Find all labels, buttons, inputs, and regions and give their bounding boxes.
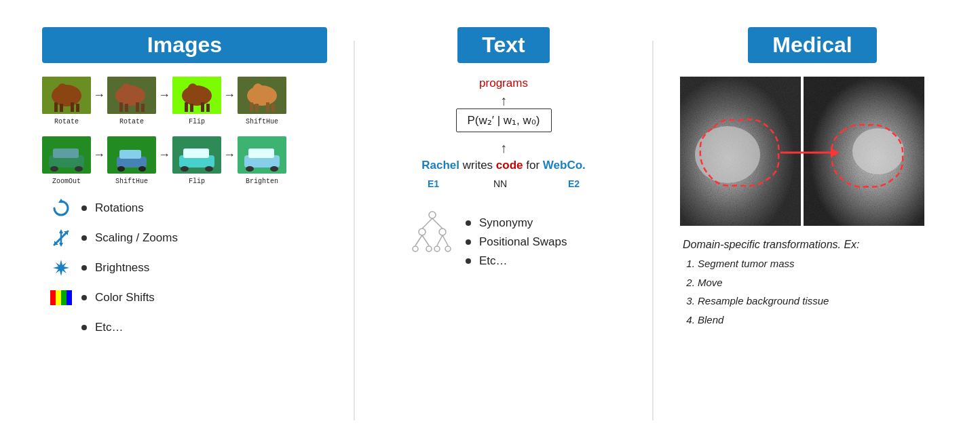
svg-rect-24	[250, 102, 253, 112]
nlp-entity-labels: E1 NN E2	[395, 178, 612, 189]
bullet-brightness: Brightness	[49, 256, 327, 280]
svg-rect-45	[248, 149, 274, 158]
car-img-1	[42, 136, 91, 174]
medical-description: Domain-specific transformations. Ex:	[683, 235, 945, 254]
divider-2	[652, 41, 654, 420]
svg-rect-19	[201, 102, 204, 112]
svg-rect-41	[181, 166, 189, 172]
svg-rect-46	[246, 166, 254, 172]
arrow-2: →	[158, 88, 170, 102]
car-img-2	[107, 136, 156, 174]
svg-rect-40	[183, 149, 209, 158]
horse-label-2: Rotate	[107, 118, 156, 125]
svg-point-70	[426, 246, 432, 252]
svg-rect-32	[75, 166, 83, 172]
car-sequence: → → →	[42, 136, 327, 174]
nlp-nn: NN	[470, 178, 531, 189]
bullet-etc-text: Etc…	[466, 254, 567, 268]
bullet-color: Color Shifts	[49, 285, 327, 310]
horse-label-3: Flip	[172, 118, 221, 125]
bullet-etc-images-text: Etc…	[95, 321, 124, 334]
svg-point-16	[187, 83, 198, 97]
svg-rect-4	[60, 104, 63, 112]
nlp-sentence: Rachel writes code for WebCo.	[395, 156, 612, 174]
svg-rect-20	[206, 104, 210, 112]
bullet-synonymy: Synonymy	[466, 216, 567, 230]
medical-step-1: Segment tumor mass	[698, 255, 945, 273]
nlp-e2: E2	[531, 178, 585, 189]
svg-line-68	[442, 235, 448, 245]
car-img-3	[172, 136, 221, 174]
svg-marker-54	[59, 243, 63, 247]
svg-point-72	[445, 246, 451, 252]
svg-point-60	[429, 212, 436, 218]
nlp-e1: E1	[422, 178, 470, 189]
svg-rect-56	[50, 290, 56, 305]
nlp-programs: programs	[395, 77, 612, 90]
nlp-diagram: programs ↑ P(w₂′ | w₁, w₀) ↑ Rachel writ…	[395, 77, 612, 189]
car-label-3: Flip	[172, 178, 221, 185]
svg-rect-25	[255, 104, 259, 112]
svg-line-66	[422, 235, 429, 245]
svg-rect-37	[138, 166, 146, 172]
nlp-arrow-up: ↑	[395, 93, 612, 108]
horse-label-4: ShiftHue	[238, 118, 286, 125]
horse-label-1: Rotate	[42, 118, 91, 125]
svg-rect-3	[54, 102, 58, 112]
divider-1	[354, 41, 355, 420]
car-img-4	[238, 136, 286, 174]
svg-rect-13	[141, 104, 145, 112]
car-label-1: ZoomOut	[42, 178, 91, 185]
bullet-synonymy-text: Synonymy	[479, 216, 533, 230]
medical-text: Domain-specific transformations. Ex: Seg…	[680, 235, 945, 328]
horse-img-3	[172, 77, 221, 114]
nlp-arrow-down: ↑	[395, 140, 612, 156]
svg-line-67	[437, 235, 442, 245]
medical-step-3: Resample background tissue	[698, 292, 945, 310]
svg-rect-27	[271, 104, 275, 112]
tree-diagram	[409, 210, 456, 257]
arrow-1: →	[93, 88, 105, 102]
medical-step-4: Blend	[698, 311, 945, 329]
svg-rect-12	[136, 102, 139, 112]
svg-rect-58	[61, 290, 67, 305]
svg-point-69	[413, 246, 418, 252]
text-bullet-synonymy-row: Synonymy Positional Swaps Etc…	[409, 216, 626, 273]
horse-img-2	[107, 77, 156, 114]
svg-point-9	[121, 83, 132, 97]
svg-point-23	[252, 83, 263, 97]
svg-rect-26	[266, 102, 269, 112]
svg-point-71	[434, 246, 440, 252]
svg-point-2	[57, 83, 68, 97]
svg-rect-47	[270, 166, 278, 172]
tumor-overlay	[680, 77, 924, 226]
bullet-scaling-text: Scaling / Zooms	[95, 231, 178, 245]
bullet-positional-text: Positional Swaps	[479, 235, 567, 249]
arrow-3: →	[223, 88, 235, 102]
main-container: Images →	[22, 14, 958, 420]
images-bullet-list: Rotations Scaling / Zooms	[42, 196, 327, 340]
text-column: Text programs ↑ P(w₂′ | w₁, w₀) ↑ Rachel…	[381, 27, 626, 279]
svg-rect-36	[117, 166, 125, 172]
text-bullets-stacked: Synonymy Positional Swaps Etc…	[466, 216, 567, 273]
svg-line-65	[415, 235, 422, 245]
horse-img-4	[238, 77, 286, 114]
text-bullet-list: Synonymy Positional Swaps Etc…	[381, 216, 626, 279]
svg-rect-57	[56, 290, 61, 305]
bullet-rotations: Rotations	[49, 196, 327, 220]
svg-rect-31	[50, 166, 58, 172]
svg-rect-17	[185, 102, 188, 112]
car-arrow-3: →	[223, 148, 235, 162]
images-column: Images →	[29, 27, 327, 345]
svg-marker-55	[53, 260, 69, 276]
bullet-rotations-text: Rotations	[95, 201, 144, 215]
svg-rect-5	[71, 102, 74, 112]
medical-step-2: Move	[698, 274, 945, 292]
svg-rect-42	[205, 166, 213, 172]
medical-image	[680, 77, 924, 226]
medical-column: Medical	[680, 27, 951, 330]
car-label-2: ShiftHue	[107, 178, 156, 185]
medical-steps: Segment tumor mass Move Resample backgro…	[683, 255, 945, 328]
brightness-icon	[49, 256, 73, 280]
svg-marker-78	[831, 148, 840, 157]
